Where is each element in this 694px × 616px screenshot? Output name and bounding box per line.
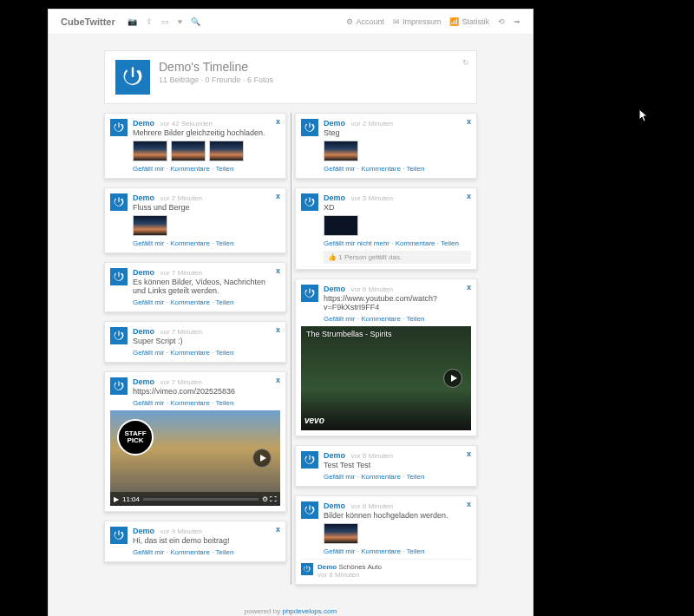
heart-icon[interactable]: ♥ [178,17,182,26]
close-icon[interactable]: x [276,525,280,534]
share-link[interactable]: Teilen [406,165,424,173]
rss-icon[interactable]: ⟲ [498,17,505,26]
camera-icon[interactable]: 📷 [128,17,137,26]
post-author[interactable]: Demo [133,527,154,535]
statistik-link[interactable]: 📶 Statistik [449,17,489,26]
avatar[interactable] [110,268,128,285]
close-icon[interactable]: x [467,283,471,292]
share-link[interactable]: Teilen [406,473,424,481]
close-icon[interactable]: x [276,266,280,275]
post-author[interactable]: Demo [324,193,345,202]
image-thumb[interactable] [133,141,167,161]
post-author[interactable]: Demo [133,119,154,128]
share-link[interactable]: Teilen [406,315,424,323]
avatar[interactable] [301,501,318,519]
like-link[interactable]: Gefällt mir [324,547,355,555]
comments-link[interactable]: Kommentare [396,239,435,247]
monitor-icon[interactable]: ▭ [161,17,169,26]
post-author[interactable]: Demo [133,377,154,386]
share-link[interactable]: Teilen [215,399,233,407]
avatar[interactable] [301,285,318,302]
close-icon[interactable]: x [276,325,280,334]
account-link[interactable]: ⚙ Account [346,17,384,26]
avatar[interactable] [301,193,318,211]
post-head: Demo vor 2 Minuten Fluss und Berge Gefäl… [110,193,280,247]
comments-link[interactable]: Kommentare [170,239,210,247]
like-link[interactable]: Gefällt mir [324,473,355,481]
video-controls[interactable]: ▶ 11:04⚙ ⛶ [110,492,280,506]
vimeo-embed[interactable]: STAFFPICK ▶ 11:04⚙ ⛶ [110,410,280,506]
post-author[interactable]: Demo [324,119,345,128]
close-icon[interactable]: x [467,192,471,200]
avatar[interactable] [301,451,318,469]
like-link[interactable]: Gefällt mir [133,298,164,306]
image-thumb[interactable] [133,215,167,236]
image-thumb[interactable] [171,141,206,161]
post-text: Test Test Test [324,461,471,469]
comments-link[interactable]: Kommentare [170,298,210,306]
image-thumb[interactable] [324,215,358,236]
brand[interactable]: CubeTwitter [61,16,115,27]
like-link[interactable]: Gefällt mir [133,399,164,407]
share-link[interactable]: Teilen [215,548,233,556]
avatar[interactable] [301,563,313,575]
comments-link[interactable]: Kommentare [170,349,210,357]
avatar[interactable] [110,377,128,395]
image-thumb[interactable] [209,141,244,161]
close-icon[interactable]: x [467,500,471,508]
close-icon[interactable]: x [467,117,471,126]
profile-avatar[interactable] [115,60,150,95]
avatar[interactable] [301,119,318,136]
close-icon[interactable]: x [276,117,280,126]
logout-icon[interactable]: ➟ [514,17,520,26]
post-author[interactable]: Demo [133,327,154,336]
avatar[interactable] [110,193,128,211]
post-body: Demo vor 2 Minuten Fluss und Berge Gefäl… [133,193,280,247]
comments-link[interactable]: Kommentare [170,399,210,407]
post-author[interactable]: Demo [324,285,345,293]
like-link[interactable]: Gefällt mir [324,315,355,323]
search-icon[interactable]: 🔍 [191,17,200,26]
close-icon[interactable]: x [276,192,280,200]
like-link[interactable]: Gefällt mir [133,349,164,357]
like-link[interactable]: Gefällt mir [133,548,164,556]
close-icon[interactable]: x [276,376,280,384]
like-link[interactable]: Gefällt mir [133,239,164,247]
avatar[interactable] [110,119,128,136]
avatar[interactable] [110,527,128,544]
share-link[interactable]: Teilen [441,239,459,247]
footer-link[interactable]: phpdevelops.com [282,607,337,615]
post-author[interactable]: Demo [133,193,154,202]
post-actions: Gefällt mir · Kommentare · Teilen [133,239,280,247]
refresh-icon[interactable]: ↻ [462,58,469,67]
close-icon[interactable]: x [467,449,471,458]
profile-info: Demo's Timeline 11 Beiträge · 0 Freunde … [159,60,273,95]
share-link[interactable]: Teilen [406,547,424,555]
post-head: Demo vor 7 Minuten Es können Bilder, Vid… [110,268,280,306]
post-author[interactable]: Demo [324,501,345,510]
post-author[interactable]: Demo [133,268,154,277]
share-link[interactable]: Teilen [215,165,233,173]
youtube-embed[interactable]: The Strumbellas - Spirits vevo [301,326,471,430]
comments-link[interactable]: Kommentare [361,165,401,173]
like-link[interactable]: Gefällt mir nicht mehr [324,239,390,247]
play-icon[interactable] [443,369,462,388]
like-link[interactable]: Gefällt mir [133,165,164,173]
upload-icon[interactable]: ⇪ [146,17,153,26]
comments-link[interactable]: Kommentare [170,548,210,556]
impressum-link[interactable]: ✉ Impressum [393,17,442,26]
comments-link[interactable]: Kommentare [170,165,210,173]
play-icon[interactable] [252,449,272,468]
share-link[interactable]: Teilen [215,298,233,306]
image-thumb[interactable] [324,523,358,544]
like-link[interactable]: Gefällt mir [324,165,355,173]
comment-author[interactable]: Demo [318,563,337,571]
avatar[interactable] [110,327,128,344]
comments-link[interactable]: Kommentare [361,547,401,555]
share-link[interactable]: Teilen [215,239,233,247]
image-thumb[interactable] [324,141,358,161]
post-author[interactable]: Demo [324,451,345,460]
comments-link[interactable]: Kommentare [361,473,401,481]
share-link[interactable]: Teilen [215,349,233,357]
comments-link[interactable]: Kommentare [361,315,401,323]
